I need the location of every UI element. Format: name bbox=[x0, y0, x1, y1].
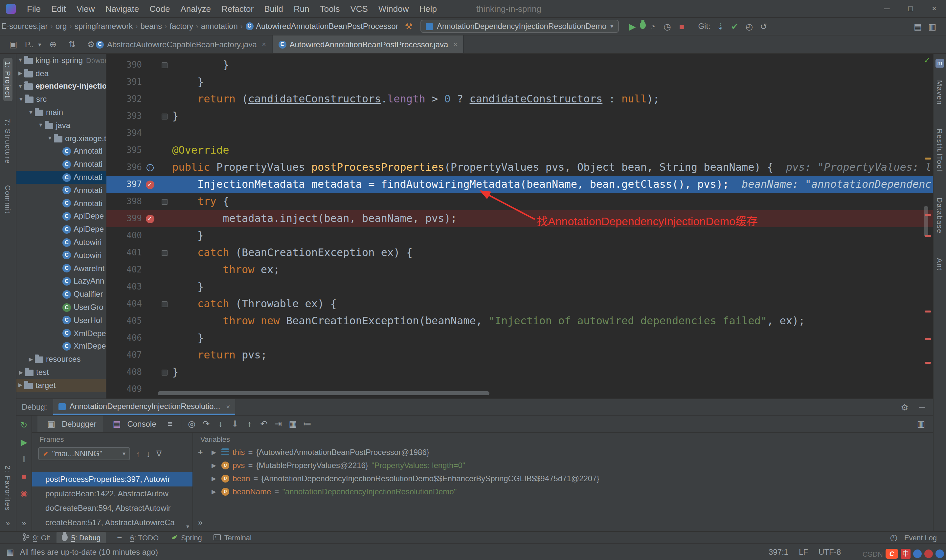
breadcrumb-item[interactable]: springframework bbox=[73, 22, 134, 31]
next-frame-icon[interactable]: ↓ bbox=[146, 449, 151, 458]
line-number[interactable]: 402 bbox=[106, 261, 143, 278]
variable-row[interactable]: ▶this = {AutowiredAnnotationBeanPostProc… bbox=[208, 446, 933, 459]
code-line[interactable]: 391 } bbox=[106, 74, 933, 91]
override-method-icon[interactable]: ↑ bbox=[146, 164, 153, 171]
chevron-right-icon[interactable]: ▶ bbox=[211, 462, 218, 469]
coverage-icon[interactable]: ◔ bbox=[646, 22, 660, 31]
tree-item[interactable]: ▶dea bbox=[17, 67, 106, 80]
settings-gear-icon[interactable]: ⚙ bbox=[901, 402, 908, 412]
line-number[interactable]: 404 bbox=[106, 295, 143, 312]
pause-icon[interactable]: ‖ bbox=[17, 454, 31, 464]
line-number[interactable]: 406 bbox=[106, 329, 143, 347]
tree-item[interactable]: CUserHol bbox=[17, 314, 106, 327]
tree-item[interactable]: CAwareInt bbox=[17, 262, 106, 275]
error-stripe-mark[interactable] bbox=[925, 311, 931, 312]
step-out-icon[interactable]: ↑ bbox=[242, 419, 257, 429]
todo-icon[interactable]: ≡ bbox=[112, 532, 127, 542]
breakpoint-icon[interactable]: ✓ bbox=[145, 180, 154, 189]
line-number[interactable]: 401 bbox=[106, 244, 143, 261]
filter-frames-icon[interactable]: ∇ bbox=[156, 449, 162, 458]
code-line[interactable]: 403 } bbox=[106, 278, 933, 295]
tree-item[interactable]: ▶test bbox=[17, 366, 106, 379]
event-log-icon[interactable]: ◷ bbox=[887, 532, 901, 542]
close-tab-icon[interactable]: × bbox=[262, 41, 266, 48]
menu-code[interactable]: Code bbox=[144, 0, 175, 17]
toolwindow-button-terminal[interactable]: ›Terminal bbox=[209, 531, 257, 543]
tool-stripe-commit[interactable]: Commit bbox=[3, 182, 12, 218]
toolwindow-button-git[interactable]: 9: Git bbox=[17, 531, 55, 543]
code-line[interactable]: 401 catch (BeanCreationException ex) { bbox=[106, 244, 933, 261]
close-session-icon[interactable]: × bbox=[226, 403, 230, 410]
run-configuration-select[interactable]: AnnotationDependencyInjectionResolutionD… bbox=[421, 20, 618, 33]
event-log-button[interactable]: ◷Event Log bbox=[887, 532, 937, 542]
menu-analyze[interactable]: Analyze bbox=[175, 0, 216, 17]
line-number[interactable]: 396 bbox=[106, 159, 143, 176]
toolwindow-toggle-icon[interactable]: ▦ bbox=[6, 547, 14, 556]
code-line[interactable]: 395@Override bbox=[106, 142, 933, 159]
profiler-icon[interactable]: ◷ bbox=[660, 22, 674, 31]
menu-view[interactable]: View bbox=[71, 0, 100, 17]
chevron-right-icon[interactable]: ▶ bbox=[17, 382, 24, 388]
code-line[interactable]: 405 throw new BeanCreationException(bean… bbox=[106, 312, 933, 329]
chevron-down-icon[interactable]: ▼ bbox=[37, 122, 45, 128]
step-over-icon[interactable]: ↷ bbox=[199, 419, 214, 429]
rerun-icon[interactable]: ↻ bbox=[17, 420, 31, 430]
tree-item[interactable]: CApiDepe bbox=[17, 223, 106, 236]
menu-tools[interactable]: Tools bbox=[315, 0, 345, 17]
line-number[interactable]: 403 bbox=[106, 278, 143, 295]
chevron-down-icon[interactable]: ▼ bbox=[17, 97, 25, 102]
menu-edit[interactable]: Edit bbox=[46, 0, 71, 17]
editor-tab[interactable]: CAbstractAutowireCapableBeanFactory.java… bbox=[90, 35, 273, 53]
menu-help[interactable]: Help bbox=[414, 0, 442, 17]
run-icon[interactable]: ▶ bbox=[625, 22, 639, 31]
debug-icon[interactable] bbox=[639, 22, 646, 29]
line-number[interactable]: 392 bbox=[106, 91, 143, 108]
chevron-down-icon[interactable]: ▼ bbox=[17, 57, 24, 63]
layout-icon[interactable]: ▤ bbox=[911, 22, 925, 31]
code-area[interactable]: 390 }391 }392 return (candidateConstruct… bbox=[106, 57, 933, 398]
fold-icon[interactable] bbox=[162, 369, 168, 375]
tree-item[interactable]: CXmlDepe bbox=[17, 340, 106, 353]
tree-item[interactable]: CAutowiri bbox=[17, 236, 106, 249]
restore-layout-icon[interactable]: ▥ bbox=[917, 419, 925, 429]
code-line[interactable]: 397✓ InjectionMetadata metadata = findAu… bbox=[106, 176, 933, 193]
variable-row[interactable]: ▶pbean = {AnnotationDependencyInjectionR… bbox=[208, 472, 933, 485]
error-stripe-mark[interactable] bbox=[925, 362, 931, 364]
prev-frame-icon[interactable]: ↑ bbox=[136, 449, 140, 458]
build-hammer-icon[interactable]: ⚒ bbox=[405, 22, 413, 31]
tree-item[interactable]: ▼org.xiaoge.t bbox=[17, 132, 106, 145]
line-number[interactable]: 399 bbox=[106, 210, 143, 227]
caret-position[interactable]: 397:1 bbox=[769, 547, 788, 556]
collapse-all-icon[interactable]: ⇅ bbox=[65, 39, 79, 49]
code-line[interactable]: 393} bbox=[106, 108, 933, 125]
code-line[interactable]: 390 } bbox=[106, 57, 933, 74]
tree-item[interactable]: ▼src bbox=[17, 93, 106, 106]
code-line[interactable]: 409 bbox=[106, 381, 933, 398]
chevron-right-icon[interactable]: ▶ bbox=[17, 369, 25, 375]
minimize-button[interactable]: ─ bbox=[875, 0, 899, 17]
stop-icon[interactable]: ■ bbox=[674, 22, 689, 31]
layout-settings-icon[interactable]: ≔ bbox=[300, 419, 315, 429]
code-editor[interactable]: 390 }391 }392 return (candidateConstruct… bbox=[106, 54, 933, 398]
settings-menu-icon[interactable]: ≡ bbox=[163, 419, 177, 429]
tree-item[interactable]: CQualifier bbox=[17, 288, 106, 301]
toolwindow-button-todo[interactable]: ≡6: TODO bbox=[107, 531, 164, 543]
view-as-table-icon[interactable]: ▦ bbox=[286, 419, 300, 429]
step-into-icon[interactable]: ↓ bbox=[214, 419, 228, 429]
toolwindow-button-spring[interactable]: Spring bbox=[165, 531, 207, 543]
close-tab-icon[interactable]: × bbox=[453, 41, 457, 48]
more-icon[interactable]: » bbox=[22, 518, 26, 528]
line-number[interactable]: 397 bbox=[106, 176, 143, 193]
stack-frame[interactable]: createBean:517, AbstractAutowireCa bbox=[32, 515, 193, 530]
menu-window[interactable]: Window bbox=[373, 0, 414, 17]
project-view-icon[interactable]: ▣ bbox=[6, 39, 20, 49]
tree-item[interactable]: CAnnotati bbox=[17, 184, 106, 197]
chevron-right-icon[interactable]: ▶ bbox=[211, 449, 218, 455]
tool-stripe-database[interactable]: Database bbox=[935, 195, 944, 237]
fold-icon[interactable] bbox=[162, 62, 168, 68]
chevron-down-icon[interactable]: ▼ bbox=[17, 83, 24, 89]
menu-vcs[interactable]: VCS bbox=[345, 0, 373, 17]
tool-stripe-restfultool[interactable]: RestfulTool bbox=[935, 125, 944, 175]
maven-icon[interactable]: m bbox=[935, 59, 944, 68]
tool-stripe-project[interactable]: 1: Project bbox=[3, 58, 12, 102]
